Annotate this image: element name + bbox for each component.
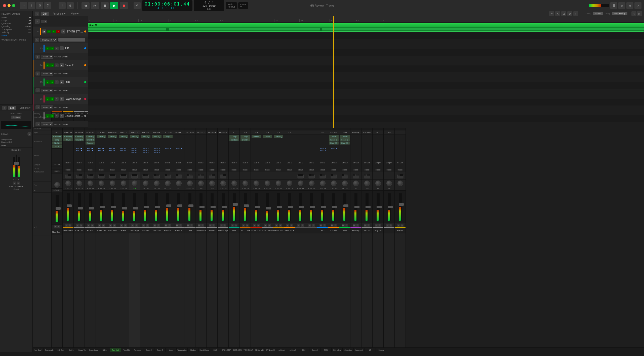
ch-sends-b1[interactable] <box>373 147 383 161</box>
ch-s-btn-tom-mid[interactable]: S <box>146 224 149 227</box>
ch-s-btn-retrosyn[interactable]: S <box>356 224 359 227</box>
bottom-name-cell-tom-mid[interactable]: Tom Mid <box>121 348 132 352</box>
send-slot-snare-bottom[interactable]: Bus 3 ● <box>109 148 115 149</box>
expand-btn-25[interactable]: ▷ <box>35 88 40 92</box>
ch-pan-curve2[interactable] <box>328 180 339 187</box>
search-icon[interactable]: ⌕ <box>618 2 625 9</box>
pan-knob-room-b[interactable] <box>176 181 182 186</box>
ch-audiofx-setting1[interactable] <box>295 134 306 147</box>
ch-m-btn-shaker[interactable]: M <box>209 224 212 227</box>
ch-fader-drum-mix[interactable] <box>273 191 284 223</box>
bottom-name-cell-aux-ch[interactable]: SYN...ACK <box>265 348 276 352</box>
ch-audiofx-epiano[interactable] <box>361 134 372 147</box>
send-slot-tom-mid[interactable]: Bus 3 ● <box>142 148 148 149</box>
ch-pan-room-b[interactable] <box>173 180 184 187</box>
bottom-name-cell-b1[interactable]: Larg...nst <box>354 348 365 352</box>
channel-strip-tambo[interactable]: Tambo... Dk21-22 Bus 2 Read <box>195 111 207 347</box>
share-icon[interactable]: ↗ <box>634 2 641 9</box>
ch-sends-tom-high[interactable]: Bus 3 ●Bus 1 ●Bus 8 ● <box>129 147 140 161</box>
channel-strip-tom-mid[interactable]: Tom Mid DrKit13 Chan EQ Bus 3 ●Bus 1 ●Bu… <box>140 111 151 347</box>
ch-s-btn-snare-bottom[interactable]: S <box>113 224 116 227</box>
fader-handle-retrosyn[interactable] <box>354 206 359 208</box>
bottom-name-cell-setting2[interactable]: setting2 <box>287 348 298 352</box>
fx-slot-overheads[interactable]: DirMix <box>63 138 73 141</box>
ch-fader-curve2[interactable] <box>328 191 339 223</box>
channel-strip-aux-ch[interactable]: Aux Ch... B 9 Bus 9 Read 0.2 / -14 <box>284 111 295 347</box>
ch-m-btn-b5[interactable]: M <box>386 224 389 227</box>
bottom-name-cell-es2[interactable]: ES2 <box>298 348 309 352</box>
ch-pan-leak[interactable] <box>184 180 195 187</box>
fader-handle-curve2[interactable] <box>332 206 337 208</box>
pan-knob-room-a[interactable] <box>165 181 171 186</box>
fader-handle-drum-c[interactable] <box>244 204 249 207</box>
ch-sends-claps[interactable] <box>218 147 228 161</box>
fader-handle-subbass[interactable] <box>233 203 238 206</box>
channel-strip-hi-hat[interactable]: Hi-Hat DrKit11 Chan EQ Bus 3 ●Bus 1 ● Bu… <box>118 111 129 347</box>
ch-s-btn-curve2[interactable]: S <box>334 224 337 227</box>
mute-btn-25[interactable]: M <box>46 80 50 84</box>
bottom-name-cell-claps[interactable]: Hand Claps <box>199 348 210 352</box>
ch-automation-tom-low[interactable]: Read <box>151 168 162 172</box>
ch-s-btn-tom-comp[interactable]: S <box>268 224 271 227</box>
ch-pan-drum-mix[interactable] <box>273 180 284 187</box>
fader-handle-kick-out[interactable] <box>78 207 83 209</box>
ch-m-btn-aux-ch[interactable]: M <box>286 224 289 227</box>
expand-btn-24[interactable]: ▷ <box>35 72 40 76</box>
bottom-name-cell-b5[interactable]: b5 <box>365 348 376 352</box>
send-slot-curve2[interactable]: Bus 1 ● <box>331 148 337 149</box>
ch-automation-subbass[interactable]: Read <box>229 168 239 172</box>
fader-handle-aux-ch[interactable] <box>288 206 293 208</box>
pan-knob-es2[interactable] <box>320 181 326 186</box>
ch-pan-tom-high[interactable] <box>129 180 140 187</box>
ch-audiofx-b5[interactable] <box>384 134 394 147</box>
pan-knob-snare-top[interactable] <box>99 181 104 186</box>
ch-s-btn-epiano[interactable]: S <box>367 224 370 227</box>
ch-m-btn-snare-top[interactable]: M <box>98 224 101 227</box>
fx-slot-drum-mix[interactable]: Chan EQ <box>274 135 283 138</box>
ch-fader-tom-mid[interactable] <box>140 191 151 223</box>
bottom-name-cell-retrosyn[interactable]: RetroSyn <box>332 348 343 352</box>
ch-pan-fm8[interactable] <box>339 180 350 187</box>
channel-strip-kick-out[interactable]: Kick Out DrKit3-4 Chan EQChan EQ Bus 3 ●… <box>74 111 85 347</box>
channel-strip-tom-low[interactable]: Tom Low DrKit14 Chan EQ Bus 3 ●Bus 1 ●Bu… <box>151 111 162 347</box>
ch-m-btn-retrosyn[interactable]: M <box>353 224 356 227</box>
ch-fader-subbass[interactable] <box>229 191 239 223</box>
ch-automation-snare-bottom[interactable]: Read <box>107 168 118 172</box>
ch-s-btn-subbass[interactable]: S <box>234 224 237 227</box>
pan-knob-drum-c[interactable] <box>243 181 248 186</box>
ch-audiofx-tom-mid[interactable]: Chan EQ <box>140 134 151 147</box>
channel-strip-snare-bottom[interactable]: Snare B... Drkit9-10 Chan EQ Bus 3 ●Bus … <box>107 111 118 347</box>
ch-audiofx-room-b[interactable] <box>173 134 184 147</box>
ch-audiofx-tambo[interactable] <box>195 134 206 147</box>
marquee-icon[interactable]: ⊡ <box>561 11 566 16</box>
fader-handle-setting1[interactable] <box>299 206 304 208</box>
channel-strip-b5[interactable]: B 5 Output Read 0.0 M <box>384 111 395 347</box>
send-slot-es2[interactable]: Bus 5 ● <box>319 150 326 151</box>
track-mode-26[interactable]: Read <box>41 105 53 109</box>
ch-m-btn-subbass[interactable]: M <box>231 224 234 227</box>
send-slot-snare-top[interactable]: Bus 1 ● <box>98 150 104 151</box>
ch-fader-setting2[interactable] <box>306 191 317 223</box>
solo-btn-22[interactable]: S <box>52 30 56 33</box>
send-label[interactable]: Send <box>1 144 31 147</box>
ch-pan-kick-out[interactable] <box>74 180 85 187</box>
nudge-left-icon[interactable]: ◁ <box>631 11 636 16</box>
ch-automation-leak[interactable]: Read <box>184 168 195 172</box>
fader-handle-shaker[interactable] <box>211 206 216 208</box>
channel-strip-shaker[interactable]: Shaker Dk23-24 Bus 2 Read <box>207 111 218 347</box>
ch-pan-tom-comp[interactable] <box>262 180 273 187</box>
ch-s-btn-setting2[interactable]: S <box>312 224 315 227</box>
aux-settings-btn[interactable]: Settings <box>1 116 31 119</box>
ch-m-btn-leak[interactable]: M <box>187 224 190 227</box>
bottom-name-cell-kick-in[interactable]: Kick In <box>66 348 77 352</box>
mixer-toggle-btn[interactable]: ◁ <box>2 106 7 110</box>
ch-sends-drum-c[interactable] <box>240 147 251 161</box>
ch-m-btn-master[interactable]: M <box>397 224 400 227</box>
fader-handle-overheads[interactable] <box>67 204 72 207</box>
pencil-icon[interactable]: ✏ <box>549 11 554 16</box>
zoom-icon[interactable]: ⊕ <box>567 11 572 16</box>
ch-m-btn-curve2[interactable]: M <box>331 224 334 227</box>
pan-knob-claps[interactable] <box>220 181 226 186</box>
ch-automation-kick-out[interactable]: Read <box>74 168 85 172</box>
ch-audiofx-tom-high[interactable]: Chan EQ <box>129 134 140 147</box>
